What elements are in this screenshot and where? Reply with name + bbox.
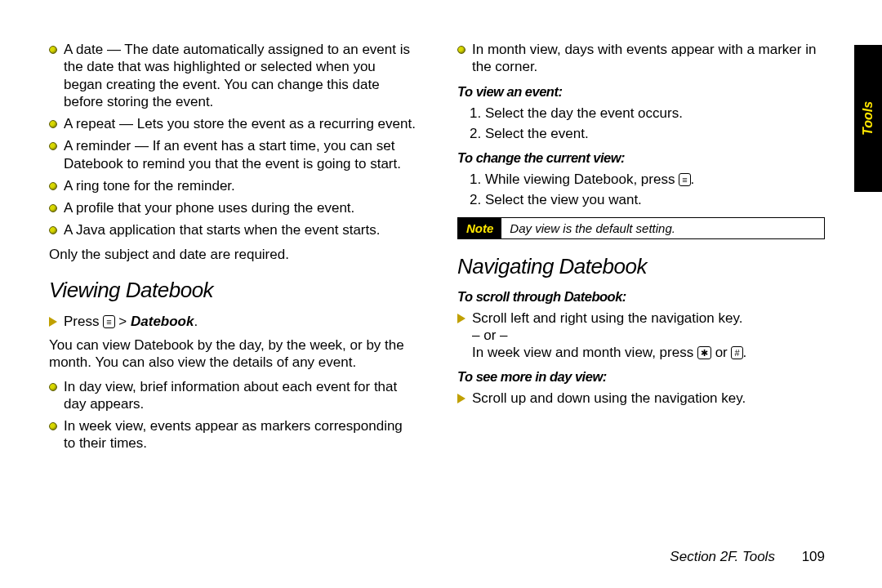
list-item: In day view, brief information about eac…	[49, 378, 416, 413]
list-item: A date — The date automatically assigned…	[49, 41, 416, 110]
list-item: In week view, events appear as markers c…	[49, 417, 416, 452]
view-event-steps: Select the day the event occurs. Select …	[457, 105, 825, 143]
menu-key-icon: ≡	[679, 173, 690, 186]
list-item: While viewing Datebook, press ≡.	[485, 171, 825, 188]
view-modes-list: In day view, brief information about eac…	[49, 378, 416, 452]
page-body: A date — The date automatically assigned…	[0, 0, 882, 539]
press-step: Press ≡ > Datebook.	[49, 313, 416, 330]
list-item: A profile that your phone uses during th…	[49, 199, 416, 216]
list-item: In month view, days with events appear w…	[457, 41, 825, 76]
scroll-steps: Scroll left and right using the navigati…	[457, 310, 825, 362]
heading-viewing-datebook: Viewing Datebook	[49, 278, 416, 303]
footer-section: Section 2F. Tools	[670, 549, 775, 564]
list-item: A reminder — If an event has a start tim…	[49, 137, 416, 172]
change-view-steps: While viewing Datebook, press ≡. Select …	[457, 171, 825, 209]
subhead-change-view: To change the current view:	[457, 150, 825, 166]
list-item: Select the view you want.	[485, 191, 825, 208]
footer-page-number: 109	[802, 549, 825, 564]
page-footer: Section 2F. Tools 109	[670, 549, 825, 565]
right-column: In month view, days with events appear w…	[457, 41, 825, 539]
viewing-desc: You can view Datebook by the day, by the…	[49, 336, 416, 372]
subhead-day-view-more: To see more in day view:	[457, 369, 825, 385]
view-modes-list-cont: In month view, days with events appear w…	[457, 41, 825, 76]
subhead-scroll: To scroll through Datebook:	[457, 289, 825, 305]
left-column: A date — The date automatically assigned…	[49, 41, 416, 539]
side-tab-label: Tools	[861, 101, 875, 136]
list-item: Scroll left and right using the navigati…	[457, 310, 825, 362]
day-view-steps: Scroll up and down using the navigation …	[457, 390, 825, 407]
list-item: Select the day the event occurs.	[485, 105, 825, 122]
note-text: Day view is the default setting.	[501, 218, 684, 238]
star-key-icon: ✱	[697, 346, 711, 359]
event-attributes-list: A date — The date automatically assigned…	[49, 41, 416, 239]
note-box: Note Day view is the default setting.	[457, 217, 825, 239]
week-month-press: In week view and month view, press ✱ or …	[472, 344, 825, 361]
list-item: A ring tone for the reminder.	[49, 177, 416, 194]
menu-key-icon: ≡	[103, 315, 114, 328]
heading-navigating-datebook: Navigating Datebook	[457, 254, 825, 279]
list-item: A repeat — Lets you store the event as a…	[49, 115, 416, 132]
list-item: A Java application that starts when the …	[49, 221, 416, 238]
note-label: Note	[458, 218, 501, 238]
list-item: Select the event.	[485, 125, 825, 142]
required-fields-note: Only the subject and date are required.	[49, 246, 416, 263]
hash-key-icon: #	[731, 346, 742, 359]
press-step-list: Press ≡ > Datebook.	[49, 313, 416, 330]
side-tab-tools: Tools	[854, 45, 882, 192]
list-item: Scroll up and down using the navigation …	[457, 390, 825, 407]
subhead-view-event: To view an event:	[457, 84, 825, 100]
